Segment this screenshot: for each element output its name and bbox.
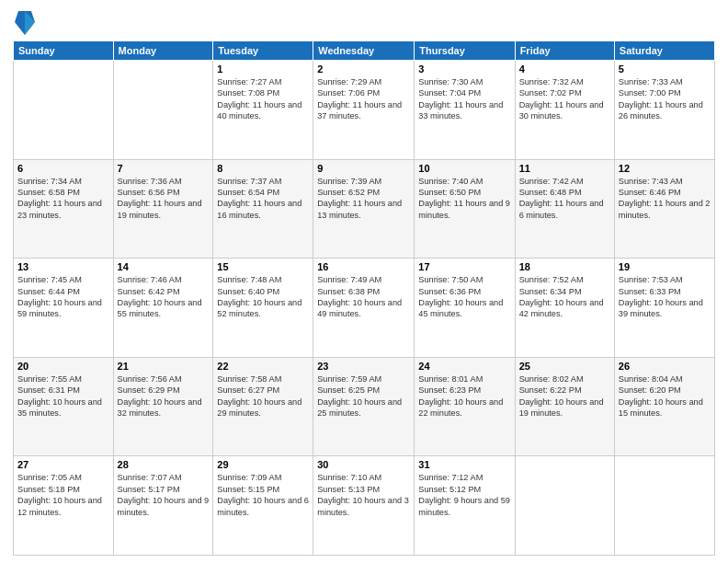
day-info: Sunrise: 7:53 AMSunset: 6:33 PMDaylight:… (619, 274, 711, 320)
calendar-cell: 19Sunrise: 7:53 AMSunset: 6:33 PMDayligh… (614, 259, 714, 358)
day-info: Sunrise: 7:59 AMSunset: 6:25 PMDaylight:… (317, 373, 410, 419)
day-number: 29 (217, 459, 309, 470)
day-info: Sunrise: 7:12 AMSunset: 5:12 PMDaylight:… (418, 472, 510, 518)
weekday-header-sunday: Sunday (14, 41, 114, 61)
weekday-header-saturday: Saturday (614, 41, 714, 61)
day-number: 23 (317, 361, 410, 372)
weekday-header-monday: Monday (113, 41, 213, 61)
calendar-cell: 15Sunrise: 7:48 AMSunset: 6:40 PMDayligh… (213, 259, 313, 358)
day-info: Sunrise: 7:39 AMSunset: 6:52 PMDaylight:… (317, 176, 410, 222)
day-info: Sunrise: 7:50 AMSunset: 6:36 PMDaylight:… (418, 274, 510, 320)
day-number: 24 (418, 361, 510, 372)
day-info: Sunrise: 8:04 AMSunset: 6:20 PMDaylight:… (619, 373, 711, 419)
calendar-cell: 25Sunrise: 8:02 AMSunset: 6:22 PMDayligh… (515, 357, 614, 456)
calendar-cell: 14Sunrise: 7:46 AMSunset: 6:42 PMDayligh… (113, 259, 213, 358)
logo-icon (15, 9, 35, 35)
day-info: Sunrise: 7:33 AMSunset: 7:00 PMDaylight:… (619, 76, 711, 122)
day-number: 30 (317, 459, 410, 470)
day-number: 6 (17, 163, 109, 174)
day-number: 13 (17, 261, 109, 272)
calendar-cell: 26Sunrise: 8:04 AMSunset: 6:20 PMDayligh… (614, 357, 714, 456)
weekday-header-wednesday: Wednesday (313, 41, 415, 61)
calendar-cell: 27Sunrise: 7:05 AMSunset: 5:18 PMDayligh… (14, 456, 114, 556)
calendar-cell: 10Sunrise: 7:40 AMSunset: 6:50 PMDayligh… (415, 159, 515, 259)
calendar-cell: 23Sunrise: 7:59 AMSunset: 6:25 PMDayligh… (313, 357, 415, 456)
calendar-cell: 2Sunrise: 7:29 AMSunset: 7:06 PMDaylight… (313, 61, 415, 160)
calendar-cell: 20Sunrise: 7:55 AMSunset: 6:31 PMDayligh… (14, 357, 114, 456)
day-info: Sunrise: 7:32 AMSunset: 7:02 PMDaylight:… (519, 76, 610, 122)
day-number: 31 (418, 459, 510, 470)
day-info: Sunrise: 7:43 AMSunset: 6:46 PMDaylight:… (619, 176, 711, 222)
calendar-cell: 28Sunrise: 7:07 AMSunset: 5:17 PMDayligh… (113, 456, 213, 556)
day-info: Sunrise: 7:56 AMSunset: 6:29 PMDaylight:… (118, 373, 210, 419)
calendar-cell: 31Sunrise: 7:12 AMSunset: 5:12 PMDayligh… (415, 456, 515, 556)
day-number: 28 (118, 459, 210, 470)
weekday-header-friday: Friday (515, 41, 614, 61)
calendar-cell: 7Sunrise: 7:36 AMSunset: 6:56 PMDaylight… (113, 159, 213, 259)
day-number: 12 (619, 163, 711, 174)
day-number: 17 (418, 261, 510, 272)
calendar-cell: 8Sunrise: 7:37 AMSunset: 6:54 PMDaylight… (213, 159, 313, 259)
calendar-cell: 18Sunrise: 7:52 AMSunset: 6:34 PMDayligh… (515, 259, 614, 358)
day-info: Sunrise: 7:52 AMSunset: 6:34 PMDaylight:… (519, 274, 610, 320)
day-info: Sunrise: 8:01 AMSunset: 6:23 PMDaylight:… (418, 373, 510, 419)
day-number: 25 (519, 361, 610, 372)
calendar-cell: 16Sunrise: 7:49 AMSunset: 6:38 PMDayligh… (313, 259, 415, 358)
day-info: Sunrise: 7:07 AMSunset: 5:17 PMDaylight:… (118, 472, 210, 518)
day-number: 21 (118, 361, 210, 372)
day-number: 8 (217, 163, 309, 174)
day-info: Sunrise: 7:10 AMSunset: 5:13 PMDaylight:… (317, 472, 410, 518)
day-info: Sunrise: 7:49 AMSunset: 6:38 PMDaylight:… (317, 274, 410, 320)
calendar-table: SundayMondayTuesdayWednesdayThursdayFrid… (13, 40, 715, 556)
calendar-cell (515, 456, 614, 556)
calendar-cell: 12Sunrise: 7:43 AMSunset: 6:46 PMDayligh… (614, 159, 714, 259)
day-number: 5 (619, 63, 711, 75)
day-info: Sunrise: 7:45 AMSunset: 6:44 PMDaylight:… (17, 274, 109, 320)
weekday-header-thursday: Thursday (415, 41, 515, 61)
day-number: 1 (217, 63, 309, 75)
calendar-cell: 3Sunrise: 7:30 AMSunset: 7:04 PMDaylight… (415, 61, 515, 160)
calendar-cell (113, 61, 213, 160)
calendar-cell (614, 456, 714, 556)
calendar-cell (14, 61, 114, 160)
calendar-cell: 30Sunrise: 7:10 AMSunset: 5:13 PMDayligh… (313, 456, 415, 556)
day-info: Sunrise: 7:37 AMSunset: 6:54 PMDaylight:… (217, 176, 309, 222)
calendar-cell: 21Sunrise: 7:56 AMSunset: 6:29 PMDayligh… (113, 357, 213, 456)
day-info: Sunrise: 8:02 AMSunset: 6:22 PMDaylight:… (519, 373, 610, 419)
calendar-cell: 9Sunrise: 7:39 AMSunset: 6:52 PMDaylight… (313, 159, 415, 259)
calendar-cell: 24Sunrise: 8:01 AMSunset: 6:23 PMDayligh… (415, 357, 515, 456)
header (13, 9, 715, 35)
calendar-cell: 5Sunrise: 7:33 AMSunset: 7:00 PMDaylight… (614, 61, 714, 160)
day-info: Sunrise: 7:30 AMSunset: 7:04 PMDaylight:… (418, 76, 510, 122)
day-number: 4 (519, 63, 610, 75)
day-info: Sunrise: 7:40 AMSunset: 6:50 PMDaylight:… (418, 176, 510, 222)
day-info: Sunrise: 7:29 AMSunset: 7:06 PMDaylight:… (317, 76, 410, 122)
day-number: 10 (418, 163, 510, 174)
day-info: Sunrise: 7:27 AMSunset: 7:08 PMDaylight:… (217, 76, 309, 122)
day-info: Sunrise: 7:42 AMSunset: 6:48 PMDaylight:… (519, 176, 610, 222)
calendar-cell: 13Sunrise: 7:45 AMSunset: 6:44 PMDayligh… (14, 259, 114, 358)
day-info: Sunrise: 7:58 AMSunset: 6:27 PMDaylight:… (217, 373, 309, 419)
page: SundayMondayTuesdayWednesdayThursdayFrid… (0, 0, 728, 563)
day-number: 22 (217, 361, 309, 372)
calendar-cell: 29Sunrise: 7:09 AMSunset: 5:15 PMDayligh… (213, 456, 313, 556)
day-number: 14 (118, 261, 210, 272)
calendar-cell: 17Sunrise: 7:50 AMSunset: 6:36 PMDayligh… (415, 259, 515, 358)
day-info: Sunrise: 7:46 AMSunset: 6:42 PMDaylight:… (118, 274, 210, 320)
day-number: 26 (619, 361, 711, 372)
day-number: 20 (17, 361, 109, 372)
weekday-header-tuesday: Tuesday (213, 41, 313, 61)
calendar-cell: 6Sunrise: 7:34 AMSunset: 6:58 PMDaylight… (14, 159, 114, 259)
calendar-cell: 1Sunrise: 7:27 AMSunset: 7:08 PMDaylight… (213, 61, 313, 160)
day-number: 2 (317, 63, 410, 75)
calendar-cell: 11Sunrise: 7:42 AMSunset: 6:48 PMDayligh… (515, 159, 614, 259)
day-number: 19 (619, 261, 711, 272)
calendar-cell: 22Sunrise: 7:58 AMSunset: 6:27 PMDayligh… (213, 357, 313, 456)
day-info: Sunrise: 7:55 AMSunset: 6:31 PMDaylight:… (17, 373, 109, 419)
day-number: 15 (217, 261, 309, 272)
logo (13, 9, 35, 35)
day-number: 27 (17, 459, 109, 470)
day-info: Sunrise: 7:36 AMSunset: 6:56 PMDaylight:… (118, 176, 210, 222)
day-number: 7 (118, 163, 210, 174)
day-info: Sunrise: 7:09 AMSunset: 5:15 PMDaylight:… (217, 472, 309, 518)
